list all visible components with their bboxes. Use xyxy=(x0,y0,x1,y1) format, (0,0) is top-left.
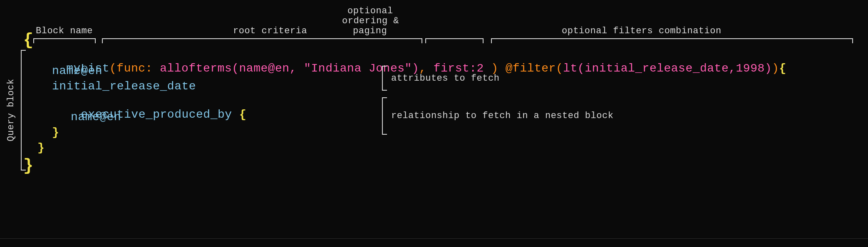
annot-attrs: attributes to fetch xyxy=(391,73,499,84)
tok-l4-brace: { xyxy=(239,108,246,121)
bracket-attrs xyxy=(382,66,383,91)
tok-lt: lt xyxy=(563,62,578,75)
annot-paging-l1: optional xyxy=(347,6,393,16)
tok-lt-a1: initial_release_date xyxy=(585,62,729,75)
tok-arg-name: name@en xyxy=(239,62,290,75)
bracket-paging xyxy=(425,38,484,39)
bottom-divider xyxy=(0,238,868,239)
bracket-rel xyxy=(382,97,383,135)
tok-f-pc: ) xyxy=(772,62,779,75)
code-line6: } xyxy=(52,126,59,139)
code-close-brace: } xyxy=(23,158,33,175)
annot-filters-combo: optional filters combination xyxy=(562,26,722,36)
tok-paren-open1: ( xyxy=(109,62,117,75)
annot-rel: relationship to fetch in a nested block xyxy=(391,111,613,121)
tok-lt-pc: ) xyxy=(765,62,772,75)
tok-func-kw: func: xyxy=(117,62,153,75)
tok-allofterms: allofterms xyxy=(160,62,232,75)
annot-paging-l2: ordering & xyxy=(342,16,399,26)
tok-l1-open-brace: { xyxy=(779,62,786,75)
code-open-brace: { xyxy=(23,32,33,49)
code-line2: name@en xyxy=(52,64,102,77)
tok-sp1 xyxy=(153,62,160,75)
tok-comma1: , xyxy=(290,62,304,75)
code-line7: } xyxy=(37,141,45,154)
tok-lt-a2: 1998 xyxy=(736,62,765,75)
tok-f-po: ( xyxy=(556,62,563,75)
bracket-query-block xyxy=(21,50,22,170)
tok-lt-po: ( xyxy=(578,62,585,75)
bracket-block-name xyxy=(33,38,96,39)
diagram-stage: optional ordering & paging Block name ro… xyxy=(0,0,868,247)
bracket-filters xyxy=(491,38,853,39)
tok-atfilter: @filter xyxy=(506,62,556,75)
code-line3: initial_release_date xyxy=(52,80,196,93)
annot-paging-l3: paging xyxy=(353,26,387,36)
bracket-root-criteria xyxy=(102,38,422,39)
annot-block-name: Block name xyxy=(36,26,93,36)
tok-lt-comma: , xyxy=(729,62,736,75)
annot-query-block: Query block xyxy=(6,58,16,162)
code-line5: name@en xyxy=(71,111,121,124)
annot-root-criteria: root criteria xyxy=(233,26,307,36)
tok-args-po: ( xyxy=(232,62,239,75)
